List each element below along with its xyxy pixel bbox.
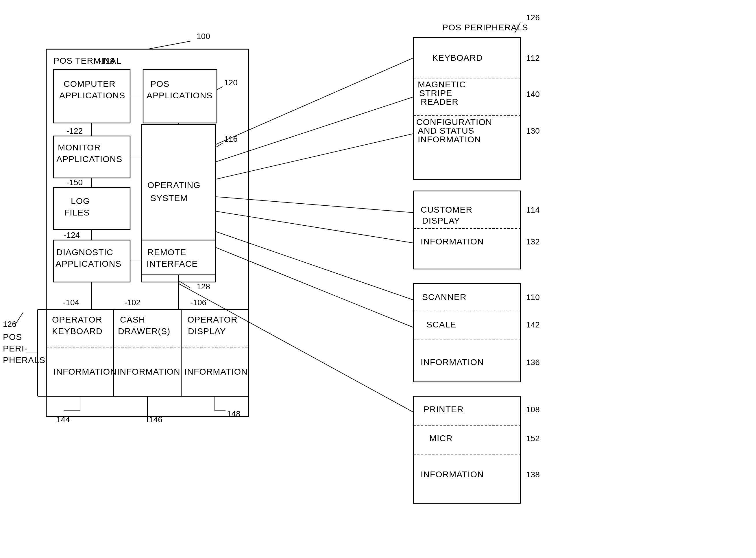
svg-line-50 <box>215 211 413 243</box>
ref-106: -106 <box>190 298 207 307</box>
customer-display-text: CUSTOMER <box>421 205 473 214</box>
ref-138: 138 <box>526 470 540 479</box>
operating-system-text2: SYSTEM <box>150 193 188 203</box>
ref-152: 152 <box>526 434 540 443</box>
config-status-text2: AND STATUS <box>418 126 475 135</box>
computer-applications-text: COMPUTER <box>63 79 116 88</box>
log-files-text2: FILES <box>64 208 90 217</box>
cash-drawers-text2: DRAWER(S) <box>118 326 170 336</box>
information-136-text: INFORMATION <box>421 357 484 367</box>
svg-line-33 <box>16 312 23 323</box>
ref-122: -122 <box>66 126 83 135</box>
config-status-text: CONFIGURATION <box>416 117 492 127</box>
log-files-text: LOG <box>71 196 90 206</box>
ref-110: 110 <box>526 293 540 302</box>
operator-keyboard-text: OPERATOR <box>52 315 102 324</box>
information-132-text: INFORMATION <box>421 237 484 246</box>
diagram-container: 100 POS TERMINAL -118 COMPUTER APPLICATI… <box>0 0 756 558</box>
remote-interface-text: REMOTE <box>147 247 186 257</box>
ref-150: -150 <box>66 178 83 187</box>
svg-line-51 <box>215 231 413 300</box>
svg-rect-38 <box>413 191 520 269</box>
svg-line-53 <box>179 283 413 412</box>
ref-104: -104 <box>63 298 79 307</box>
ref-102: -102 <box>124 298 140 307</box>
ref-100: 100 <box>196 32 210 41</box>
svg-line-1 <box>147 41 191 49</box>
information-148-text: INFORMATION <box>185 367 248 376</box>
computer-applications-text2: APPLICATIONS <box>59 91 125 100</box>
svg-line-54 <box>215 247 413 327</box>
information-146-text: INFORMATION <box>117 367 181 376</box>
pos-applications-text: POS <box>150 79 169 88</box>
config-status-text3: INFORMATION <box>418 134 481 144</box>
ref-140: 140 <box>526 90 540 99</box>
diagnostic-applications-text: DIAGNOSTIC <box>56 247 113 257</box>
pos-applications-text2: APPLICATIONS <box>146 91 213 100</box>
ref-130: 130 <box>526 126 540 135</box>
ref-114: 114 <box>526 205 540 214</box>
scale-text: SCALE <box>426 320 456 329</box>
ref-142: 142 <box>526 320 540 329</box>
pos-peripherals-left-text3: PHERALS <box>3 355 45 365</box>
ref-112: 112 <box>526 53 540 62</box>
monitor-applications-text: MONITOR <box>58 143 101 152</box>
svg-line-47 <box>215 97 413 162</box>
svg-line-48 <box>215 134 413 179</box>
remote-interface-text2: INTERFACE <box>146 259 198 269</box>
operator-display-text2: DISPLAY <box>188 326 226 336</box>
pos-peripherals-top-text: POS PERIPHERALS <box>442 23 528 32</box>
mag-stripe-text: MAGNETIC <box>418 80 466 89</box>
operator-keyboard-text2: KEYBOARD <box>52 326 103 336</box>
svg-line-7 <box>215 143 223 148</box>
svg-line-49 <box>215 197 413 212</box>
svg-line-46 <box>215 58 413 145</box>
ref-126-left: 126 <box>3 320 17 329</box>
ref-144: 144 <box>56 415 70 424</box>
svg-line-4 <box>217 87 223 90</box>
ref-124: -124 <box>63 231 80 239</box>
pos-peripherals-left-text: POS <box>3 332 22 341</box>
operator-display-text: OPERATOR <box>187 315 238 324</box>
ref-146: 146 <box>149 415 162 424</box>
information-144-text: INFORMATION <box>53 367 117 376</box>
mag-stripe-text2: STRIPE <box>419 88 452 98</box>
monitor-applications-text2: APPLICATIONS <box>56 154 122 164</box>
micr-text: MICR <box>429 433 453 443</box>
ref-120: 120 <box>224 78 238 87</box>
ref-118: -118 <box>98 56 114 66</box>
diagnostic-applications-text2: APPLICATIONS <box>55 259 122 269</box>
scanner-text: SCANNER <box>422 292 467 302</box>
ref-128: 128 <box>196 282 210 291</box>
cash-drawers-text: CASH <box>120 315 145 324</box>
ref-126-top: 126 <box>526 13 540 22</box>
customer-display-text2: DISPLAY <box>422 216 460 225</box>
ref-108: 108 <box>526 405 540 414</box>
operating-system-text: OPERATING <box>147 180 200 190</box>
mag-stripe-text3: READER <box>421 97 459 106</box>
ref-132: 132 <box>526 237 540 246</box>
ref-148: 148 <box>227 409 241 418</box>
printer-text: PRINTER <box>424 404 464 414</box>
ref-136: 136 <box>526 358 540 367</box>
information-138-text: INFORMATION <box>421 470 484 479</box>
pos-peripherals-left-text2: PERI- <box>3 344 27 353</box>
keyboard-text: KEYBOARD <box>432 53 483 62</box>
